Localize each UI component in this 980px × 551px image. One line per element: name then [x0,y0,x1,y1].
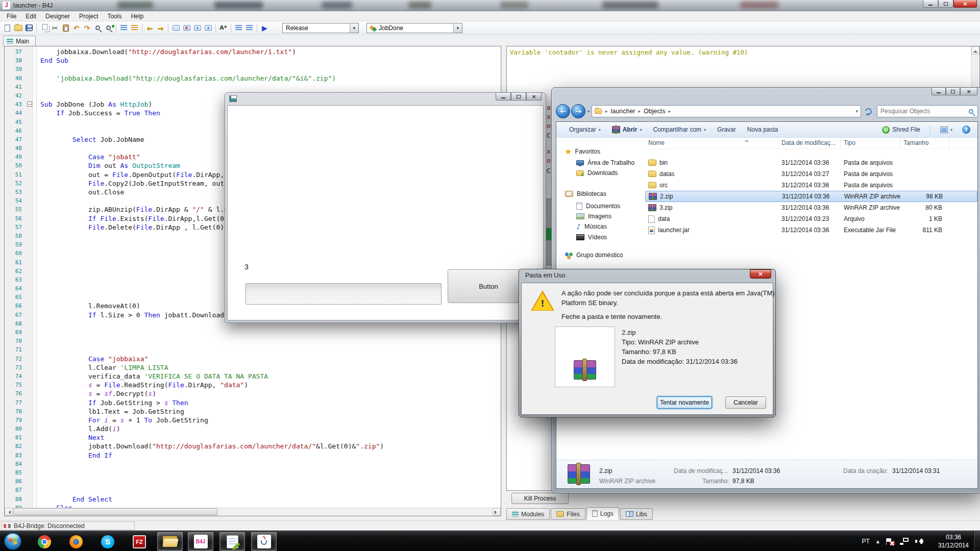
forward-button[interactable]: → [571,104,585,118]
copy-icon[interactable] [39,22,50,33]
scrollbar-thumb[interactable] [13,508,217,515]
align1-icon[interactable] [118,22,129,33]
language-indicator[interactable]: PT [862,538,870,545]
history-dropdown-icon[interactable]: ▾ [587,109,590,114]
bubble-icon[interactable] [170,22,181,33]
column-header-nome[interactable]: Nome [645,138,778,148]
maximize-button[interactable] [511,93,526,101]
menu-designer[interactable]: Designer [41,12,75,21]
action-center-icon[interactable] [886,538,893,545]
file-row-2-zip[interactable]: 2.zip31/12/2014 03:36WinRAR ZIP archive9… [645,191,977,202]
cancel-button[interactable]: Cancelar [725,396,766,409]
tab-logs[interactable]: Logs [586,507,619,520]
tab-modules[interactable]: Modules [506,508,550,520]
file-row-3-zip[interactable]: 3.zip31/12/2014 03:36WinRAR ZIP archive8… [645,202,977,213]
taskbar-b4j-button[interactable]: B4J [188,532,213,551]
app-button[interactable]: Button [448,269,529,303]
file-row-launcher-jar[interactable]: launcher.jar31/12/2014 03:36Executable J… [645,224,977,236]
minimize-button[interactable] [932,88,946,95]
close-button[interactable]: × [960,88,977,95]
cut-icon[interactable]: ✂ [50,22,60,33]
sidebar-item-downloads[interactable]: ↓Downloads [576,168,618,178]
sidebar-item-musicas[interactable]: ♪Músicas [576,221,607,232]
menu-tools[interactable]: Tools [103,12,126,21]
retry-button[interactable]: Tentar novamente [657,396,712,409]
scroll-left-button[interactable] [5,508,13,516]
scroll-up-button[interactable] [971,46,979,55]
taskbar-firefox-button[interactable] [63,532,89,551]
taskbar-explorer-button[interactable] [157,532,183,551]
menu-help[interactable]: Help [126,12,148,21]
bubblex-icon[interactable]: × [181,22,192,33]
sidebar-item-area-de-trabalho[interactable]: Área de Trabalho [576,158,634,168]
clock[interactable]: 03:36 31/12/2014 [938,533,969,549]
taskbar-filezilla-button[interactable]: FZ [127,532,152,551]
command-organizar[interactable]: Organizar▾ [564,122,606,137]
network-icon[interactable] [900,538,909,545]
findnext-icon[interactable] [103,22,114,33]
open-icon[interactable] [13,22,23,33]
build-config-combobox[interactable]: Release ▾ [282,23,359,33]
taskbar-chrome-button[interactable] [32,532,57,551]
minimize-button[interactable] [923,0,938,8]
maximize-button[interactable] [938,0,953,8]
menu-edit[interactable]: Edit [21,12,41,21]
scroll-right-button[interactable] [493,508,501,516]
breadcrumb-item-objects[interactable]: Objects [643,108,666,115]
breadcrumb-item-launcher[interactable]: launcher [610,108,636,115]
indentr-icon[interactable] [244,22,255,33]
help-button[interactable]: ? [962,126,970,134]
command-nova-pasta[interactable]: Nova pasta [742,122,784,137]
search-input[interactable] [877,108,969,115]
tab-files[interactable]: Files [551,508,585,520]
text-field[interactable] [246,283,442,305]
dialog-close-button[interactable]: × [750,269,771,279]
sidebar-item-documentos[interactable]: Documentos [576,201,620,211]
redo-icon[interactable]: ↷ [82,22,92,33]
command-gravar[interactable]: Gravar [712,122,742,137]
indentl-icon[interactable] [233,22,244,33]
bubblel-icon[interactable] [192,22,203,33]
change-view-button[interactable]: ▾ [935,127,958,133]
align2-icon[interactable] [129,22,140,33]
tab-libs[interactable]: Libs [620,508,653,520]
refresh-button[interactable] [863,106,874,117]
volume-icon[interactable] [915,538,924,545]
column-header-tipo[interactable]: Tipo [841,138,900,148]
file-row-datas[interactable]: datas31/12/2014 03:27Pasta de arquivos [645,168,977,180]
taskbar-notepadpp-button[interactable] [219,532,245,551]
editor-horizontal-scrollbar[interactable] [5,508,501,516]
sidebar-item-bibliotecas[interactable]: Bibliotecas [565,189,606,199]
find-icon[interactable] [92,22,103,33]
tab-main[interactable]: Main [3,36,36,46]
undo-icon[interactable]: ↶ [71,22,82,33]
kill-process-button[interactable]: Kill Process [511,493,569,504]
sub-navigator-combobox[interactable]: JobDone ▾ [366,23,462,33]
minimize-button[interactable] [496,93,511,101]
breadcrumb-dropdown-icon[interactable]: ▾ [855,109,858,114]
fold-toggle[interactable]: − [27,102,32,107]
sidebar-item-grupo-domestico[interactable]: Grupo doméstico [565,250,623,260]
taskbar-skype-button[interactable]: S [95,532,120,551]
sidebar-item-favoritos[interactable]: ★Favoritos [565,146,600,157]
search-box[interactable] [877,105,978,117]
taskbar-java-button[interactable] [251,532,277,551]
new-icon[interactable] [2,22,13,33]
maximize-button[interactable] [946,88,960,95]
sidebar-item-videos[interactable]: Vídeos [576,232,607,242]
fwd-icon[interactable]: → [155,22,166,33]
back-icon[interactable]: ← [144,22,155,33]
start-button[interactable] [4,533,21,550]
play-icon[interactable]: ▶ [259,22,270,33]
command-shred-file[interactable]: UShred File [876,126,926,134]
file-row-data[interactable]: data31/12/2014 03:23Arquivo1 KB [645,213,977,224]
show-desktop-button[interactable] [973,531,980,551]
java-window-titlebar[interactable]: × [225,93,546,105]
sidebar-item-imagens[interactable]: Imagens [576,211,611,221]
file-row-src[interactable]: src31/12/2014 03:36Pasta de arquivos [645,180,977,191]
ide-titlebar[interactable]: J launcher - B4J × [0,0,980,11]
bubbler-icon[interactable] [203,22,213,33]
save-icon[interactable] [23,22,34,33]
command-abrir[interactable]: Abrir▾ [606,122,648,137]
menu-file[interactable]: File [2,12,21,21]
